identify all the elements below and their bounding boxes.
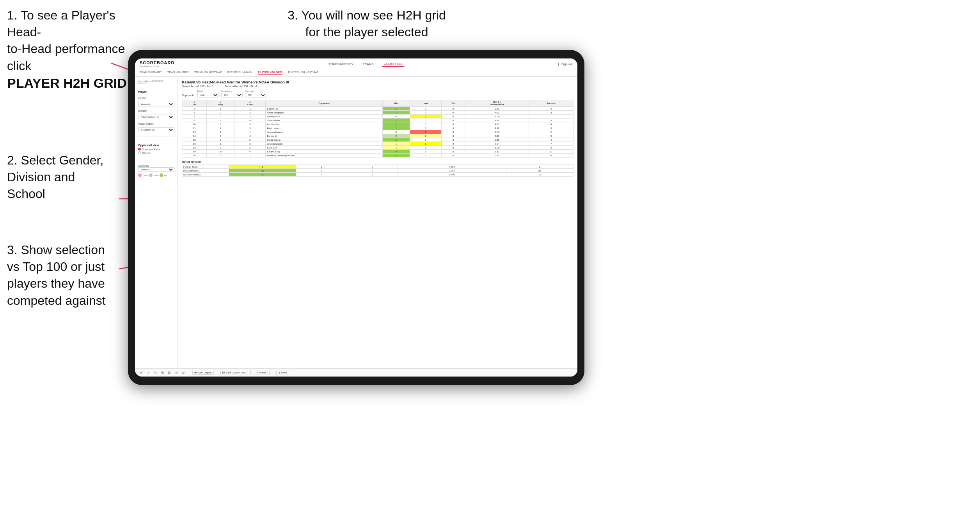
col-opponent: Opponent — [266, 100, 383, 107]
radio-opponents-played[interactable]: Opponents Played — [138, 148, 174, 150]
sidebar-division-select[interactable]: NCAA Division III NCAA Division I NCAA D… — [138, 115, 174, 119]
table-row: 13 1 1 Jessica Huang 0 1 0 -3.00 2 — [182, 130, 573, 134]
colour-by-section: Colour by Win/loss Down Level Up — [138, 164, 174, 177]
filter-region-select[interactable]: (All) — [197, 93, 219, 97]
instruction-mid-line3: School — [7, 187, 45, 201]
sidebar: Last Updated: 27/03/2024 16:55:38 Player… — [135, 77, 178, 368]
colour-legend: Down Level Up — [138, 173, 174, 177]
save-custom-view-btn[interactable]: 💾 Save Custom View — [220, 371, 248, 375]
undo-icon[interactable]: ↺ — [139, 370, 144, 375]
toolbar-sep3 — [250, 370, 251, 375]
table-row: NCAA Division 2 5 0 0 7.400 10 — [182, 173, 573, 177]
sidebar-timestamp: Last Updated: 27/03/2024 16:55:38 — [138, 80, 174, 85]
legend-up-dot — [160, 173, 163, 177]
col-div: #Div — [182, 100, 207, 107]
logo-sub: Powered by clippd — [140, 65, 174, 67]
radio-group: Opponents Played Top 100 — [138, 148, 174, 154]
sidebar-gender-select[interactable]: Women's Men's — [138, 102, 174, 106]
col-conf: #Conf — [234, 100, 266, 107]
nav-link-teams[interactable]: TEAMS — [361, 62, 375, 67]
legend-down-label: Down — [143, 174, 148, 177]
radio-dot-top100 — [138, 151, 141, 154]
nav-link-tournaments[interactable]: TOURNAMENTS — [327, 62, 354, 67]
sign-out-link[interactable]: Sign out — [561, 62, 573, 66]
sub-nav-team-summary[interactable]: TEAM SUMMARY — [140, 70, 162, 75]
filter-region-label: Region — [197, 90, 219, 92]
sub-nav-player-summary[interactable]: PLAYER SUMMARY — [227, 70, 253, 75]
instruction-line2: to-Head performance click — [7, 42, 125, 73]
watch-btn[interactable]: 👁 Watch ▾ — [254, 371, 270, 375]
instruction-mid-line2: Division and — [7, 170, 75, 184]
opponent-view-section: Opponent view Opponents Played Top 100 — [138, 142, 174, 154]
legend-up-label: Up — [164, 174, 167, 177]
col-rounds: Rounds — [529, 100, 573, 107]
clock-icon[interactable]: ⏱ — [181, 370, 186, 375]
sidebar-divider — [138, 136, 174, 136]
filter-region-group: Region (All) — [197, 90, 219, 97]
sidebar-player-rank-label: Player (Rank) — [138, 122, 174, 125]
filter-conference-label: Conference — [221, 90, 243, 92]
legend-level-dot — [149, 173, 153, 177]
share-btn[interactable]: ⬆ Share — [276, 371, 289, 375]
back-icon[interactable]: ‹ — [146, 370, 151, 375]
out-of-division-table: Foreign Team 1 0 0 4.500 2 NAIA Division… — [182, 164, 573, 177]
sub-nav-player-heatmap[interactable]: PLAYER H2H HEATMAP — [288, 70, 318, 75]
table-row: 3 1 1 Esther Lee 1 0 0 1.50 4 — [182, 107, 573, 111]
col-win: Win — [383, 100, 410, 107]
filter-opponent-select[interactable]: (All) — [245, 93, 266, 97]
toolbar-sep1 — [189, 370, 189, 375]
table-row: 10 6 3 Andrea York 2 0 0 4.00 4 — [182, 122, 573, 126]
grid-records: Overall Record: 353 - 34 - 6 Division Re… — [182, 85, 573, 88]
table-row: 6 3 3 Sydney Kuo 0 1 0 -1.00 — [182, 115, 573, 118]
settings-icon[interactable]: ⚙ — [160, 370, 165, 375]
sub-nav-player-h2h[interactable]: PLAYER H2H GRID — [258, 70, 282, 75]
sub-nav-team-heatmap[interactable]: TEAM H2H HEATMAP — [194, 70, 222, 75]
nav-bar: SCOREBOARD Powered by clippd TOURNAMENTS… — [135, 58, 577, 77]
legend-level-label: Level — [154, 174, 158, 177]
sidebar-division-label: Division — [138, 110, 174, 112]
instruction-top-right: 3. You will now see H2H gridfor the play… — [285, 7, 449, 41]
col-loss: Loss — [410, 100, 441, 107]
logo-title: SCOREBOARD — [140, 60, 174, 65]
table-row: Foreign Team 1 0 0 4.500 2 — [182, 165, 573, 169]
division-record: Division Record: 331 - 34 - 6 — [225, 85, 257, 88]
col-reg: #Reg — [207, 100, 234, 107]
colour-by-select[interactable]: Win/loss — [138, 167, 174, 172]
table-row: 5 2 2 Alexis Sudjianto 1 0 0 4.00 3 — [182, 111, 573, 115]
sub-nav: TEAM SUMMARY TEAM H2H GRID TEAM H2H HEAT… — [140, 69, 573, 76]
tablet-frame: SCOREBOARD Powered by clippd TOURNAMENTS… — [128, 50, 584, 385]
tablet-screen: SCOREBOARD Powered by clippd TOURNAMENTS… — [135, 58, 577, 377]
table-row: 15 8 5 Stella Cheng 1 0 0 1.25 4 — [182, 138, 573, 142]
colour-by-label: Colour by — [138, 164, 174, 167]
out-of-division-title: Out of division — [182, 161, 573, 163]
radio-top-100[interactable]: Top 100 — [138, 151, 174, 154]
table-row: 16 1 3 Jessica Mason 1 2 0 -0.94 7 — [182, 142, 573, 146]
filter-opponent-group: Opponent (All) — [245, 90, 266, 97]
view-original-btn[interactable]: 👁 View: Original — [192, 371, 214, 375]
logo-area: SCOREBOARD Powered by clippd — [140, 60, 174, 67]
overall-record: Overall Record: 353 - 34 - 6 — [182, 85, 213, 88]
sub-nav-team-h2h[interactable]: TEAM H2H GRID — [167, 70, 189, 75]
h2h-table: #Div #Reg #Conf Opponent Win Loss Tie Di… — [182, 100, 573, 157]
instruction-mid-left: 2. Select Gender, Division and School — [7, 152, 120, 203]
nav-right: i | Sign out — [557, 62, 573, 66]
nav-links: TOURNAMENTS TEAMS COMMITTEE — [327, 61, 404, 67]
table-row: 9 1 4 Sharon Mun 1 0 0 3.67 3 — [182, 118, 573, 122]
chain-icon[interactable]: ⛓ — [167, 370, 172, 375]
filters-row: Opponents: Region (All) Conference (All) — [182, 90, 573, 97]
legend-down-dot — [138, 173, 142, 177]
opponent-view-label: Opponent view — [138, 143, 174, 147]
table-row: 11 2 5 Heejo Hyun 1 0 0 3.33 3 — [182, 126, 573, 130]
sidebar-player-rank-select[interactable]: 8. Katelyn Vo — [138, 127, 174, 132]
opponents-label: Opponents: — [182, 94, 195, 97]
grid-area: Katelyn Vo Head-to-Head Grid for Women's… — [178, 77, 577, 368]
filter-opponent-label: Opponent — [245, 90, 266, 92]
refresh-icon[interactable]: ↺ — [174, 370, 179, 375]
nav-link-committee[interactable]: COMMITTEE — [382, 61, 404, 67]
filter-conference-select[interactable]: (All) — [221, 93, 243, 97]
redo-icon[interactable]: ↻ — [153, 370, 158, 375]
sidebar-player-label: Player — [138, 90, 174, 94]
main-content: Last Updated: 27/03/2024 16:55:38 Player… — [135, 77, 577, 368]
col-diff: Diff AvStrokes/Rnd — [465, 100, 529, 107]
table-row: NAIA Division 1 15 0 0 9.267 30 — [182, 169, 573, 173]
